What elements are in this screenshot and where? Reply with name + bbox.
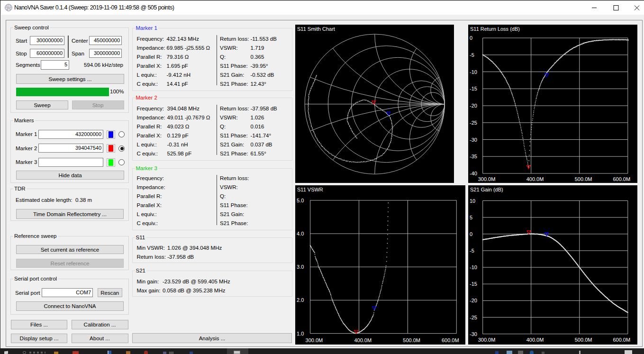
svg-text:1.0: 1.0 [297, 331, 304, 336]
svg-text:-40: -40 [470, 171, 477, 176]
svg-text:400.0M: 400.0M [526, 337, 544, 343]
svg-text:-30: -30 [470, 137, 477, 143]
svg-text:-20: -20 [470, 103, 477, 109]
svg-text:0: 0 [470, 231, 472, 237]
svg-text:-30: -30 [470, 331, 477, 337]
svg-text:500.0M: 500.0M [575, 337, 592, 343]
svg-text:400.0M: 400.0M [354, 337, 372, 343]
svg-text:10: 10 [470, 198, 475, 204]
svg-text:300.0M: 300.0M [478, 337, 496, 343]
svg-text:-15: -15 [470, 281, 477, 287]
svg-text:-35: -35 [470, 154, 477, 159]
svg-text:-5: -5 [470, 52, 474, 58]
svg-text:-15: -15 [470, 86, 477, 91]
svg-text:600.0M: 600.0M [613, 337, 630, 343]
svg-text:-20: -20 [470, 298, 477, 303]
svg-text:500.0M: 500.0M [575, 176, 592, 182]
svg-text:-10: -10 [470, 264, 477, 270]
svg-text:300.0M: 300.0M [478, 176, 496, 182]
svg-text:-25: -25 [470, 120, 477, 126]
svg-text:500.0M: 500.0M [403, 337, 420, 343]
svg-text:4.0: 4.0 [297, 231, 304, 236]
svg-text:-25: -25 [470, 315, 477, 320]
svg-text:5.0: 5.0 [297, 198, 304, 203]
svg-text:300.0M: 300.0M [306, 337, 323, 343]
svg-text:-10: -10 [470, 69, 477, 75]
svg-text:600.0M: 600.0M [613, 176, 630, 182]
svg-text:2.0: 2.0 [297, 297, 304, 303]
svg-text:400.0M: 400.0M [526, 176, 544, 182]
svg-text:0: 0 [470, 35, 472, 41]
svg-text:-5: -5 [470, 248, 474, 254]
svg-text:3.0: 3.0 [297, 264, 304, 270]
svg-text:600.0M: 600.0M [442, 337, 459, 343]
svg-text:5: 5 [470, 215, 472, 220]
